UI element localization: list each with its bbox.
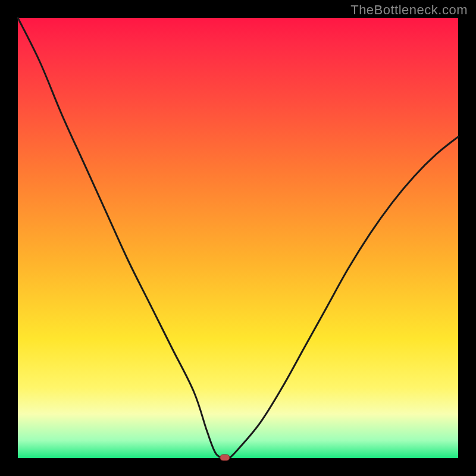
minimum-marker xyxy=(220,455,230,461)
watermark-text: TheBottleneck.com xyxy=(350,2,468,18)
chart-frame: TheBottleneck.com xyxy=(0,0,476,476)
curve-svg xyxy=(18,18,458,458)
bottleneck-curve-right xyxy=(225,137,458,459)
plot-area xyxy=(18,18,458,458)
bottleneck-curve-left xyxy=(18,18,225,458)
